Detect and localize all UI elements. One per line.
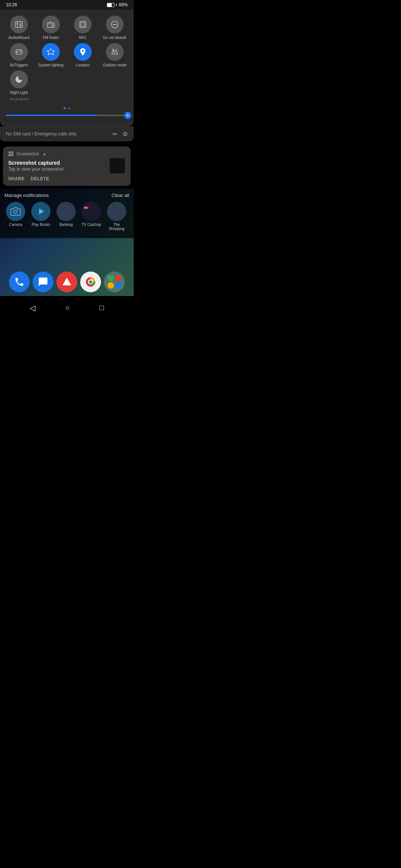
qs-tile-donotdisturb[interactable]: Do not disturb <box>100 16 129 40</box>
notif-app-name: Screenshot <box>16 151 39 157</box>
edit-icon[interactable]: ✏ <box>113 131 117 138</box>
battery-percent: 66% <box>119 2 128 7</box>
qs-tile-outdoormode[interactable]: Outdoor mode <box>100 43 129 68</box>
app-icon-banking[interactable]: Banking <box>55 202 77 231</box>
app-icon-tvcatchup[interactable]: B TV Catchup <box>80 202 102 231</box>
banking-app-icon <box>56 202 76 221</box>
svg-point-28 <box>14 210 17 213</box>
screenshot-notification[interactable]: 🖼 Screenshot ▲ Screenshot captured Tap t… <box>3 147 131 186</box>
dock-folder[interactable] <box>104 272 125 292</box>
qs-label-location: Location <box>76 63 90 68</box>
svg-rect-0 <box>16 22 22 27</box>
back-button[interactable]: ◁ <box>30 303 35 312</box>
screenshot-notif-icon: 🖼 <box>8 151 13 157</box>
notif-chevron: ▲ <box>43 152 46 156</box>
app-icon-playbooks[interactable]: Play Books <box>30 202 52 231</box>
qs-label-nfc: NFC <box>79 36 87 40</box>
svg-line-24 <box>126 114 127 114</box>
qs-nightlight-sub: On at sunset <box>9 97 28 101</box>
systemlighting-icon <box>42 43 60 61</box>
quick-settings-panel: AudioWizard FM Radio NFC <box>0 10 134 126</box>
status-right: 66% <box>107 2 128 7</box>
notifications-manage: Manage notifications Clear all Camera <box>0 189 134 238</box>
brightness-row <box>4 115 129 116</box>
dock-chrome[interactable] <box>80 272 101 292</box>
audiowizard-icon <box>10 16 28 33</box>
home-button[interactable]: ○ <box>65 303 69 312</box>
svg-point-32 <box>89 280 92 283</box>
notif-header: 🖼 Screenshot ▲ <box>8 151 125 157</box>
qs-tile-location[interactable]: Location <box>68 43 97 68</box>
share-button[interactable]: SHARE <box>8 176 25 181</box>
qs-tile-nfc[interactable]: NFC <box>68 16 97 40</box>
svg-point-17 <box>82 50 84 52</box>
outdoormode-icon <box>106 43 124 61</box>
nfc-icon <box>74 16 92 33</box>
svg-point-19 <box>127 115 128 116</box>
screenshot-thumbnail <box>109 158 125 174</box>
qs-grid-row1: AudioWizard FM Radio NFC <box>4 16 129 40</box>
brightness-slider[interactable] <box>6 115 128 116</box>
svg-point-6 <box>52 24 53 26</box>
qs-tile-airtriggers[interactable]: AirTriggers <box>4 43 33 68</box>
notif-subtext: Tap to view your screenshot <box>8 167 125 172</box>
qs-row-nightlight: Night Light On at sunset <box>4 70 129 101</box>
app-icon-shopping[interactable]: The Shopping <box>105 202 128 231</box>
clear-all-button[interactable]: Clear all <box>111 193 129 198</box>
camera-label: Camera <box>9 223 22 227</box>
shopping-app-icon <box>107 202 126 221</box>
qs-label-donotdisturb: Do not disturb <box>103 36 126 40</box>
app-icons-row: Camera Play Books <box>4 202 129 231</box>
settings-icon[interactable]: ⚙ <box>123 131 128 138</box>
battery-icon <box>107 3 117 7</box>
tvcatchup-label: TV Catchup <box>82 223 101 227</box>
qs-label-outdoormode: Outdoor mode <box>103 63 127 68</box>
qs-tile-systemlighting[interactable]: System lighting <box>36 43 65 68</box>
wallpaper-area: Manage notifications Clear all Camera <box>0 189 134 296</box>
dock-phone[interactable] <box>9 272 30 292</box>
qs-grid-row2: AirTriggers System lighting Location <box>4 43 129 68</box>
qs-tile-fmradio[interactable]: FM Radio <box>36 16 65 40</box>
status-line: No SIM card / Emergency calls only ✏ ⚙ <box>0 126 134 141</box>
manage-label: Manage notifications <box>4 193 49 198</box>
qs-label-systemlighting: System lighting <box>38 63 63 68</box>
sim-status-text: No SIM card / Emergency calls only <box>6 131 76 137</box>
qs-label-audiowizard: AudioWizard <box>9 36 30 40</box>
svg-point-14 <box>17 51 18 53</box>
status-icons: ✏ ⚙ <box>113 131 128 138</box>
airtriggers-icon <box>10 43 28 61</box>
qs-tile-nightlight[interactable]: Night Light On at sunset <box>4 70 33 101</box>
tvcatchup-app-icon: B <box>82 202 101 221</box>
brightness-thumb[interactable] <box>124 112 131 119</box>
qs-tile-audiowizard[interactable]: AudioWizard <box>4 16 33 40</box>
camera-app-icon <box>6 202 25 221</box>
dock <box>0 268 134 296</box>
donotdisturb-icon <box>106 16 124 33</box>
notification-area: 🖼 Screenshot ▲ Screenshot captured Tap t… <box>0 141 134 186</box>
banking-label: Banking <box>59 223 73 227</box>
notif-actions: SHARE DELETE <box>8 176 125 181</box>
status-bar: 10:26 66% <box>0 0 134 10</box>
svg-point-3 <box>17 23 18 24</box>
delete-button[interactable]: DELETE <box>31 176 49 181</box>
nightlight-icon <box>10 70 28 88</box>
brightness-fill <box>6 115 97 116</box>
recents-button[interactable]: □ <box>100 303 104 312</box>
svg-line-26 <box>126 116 127 116</box>
dock-maps[interactable] <box>56 272 77 292</box>
dock-messages[interactable] <box>33 272 53 292</box>
qs-label-fmradio: FM Radio <box>43 36 59 40</box>
app-icon-camera[interactable]: Camera <box>4 202 27 231</box>
playbooks-app-icon <box>31 202 50 221</box>
nav-bar: ◁ ○ □ <box>0 299 134 317</box>
qs-label-nightlight: Night Light <box>10 91 28 95</box>
dot-2 <box>68 107 70 109</box>
location-icon <box>74 43 92 61</box>
svg-point-4 <box>20 24 21 26</box>
status-time: 10:26 <box>6 2 17 7</box>
qs-label-airtriggers: AirTriggers <box>10 63 28 68</box>
notif-heading: Screenshot captured <box>8 160 125 166</box>
dot-1 <box>63 107 66 109</box>
page-indicator <box>4 107 129 109</box>
svg-line-27 <box>128 114 129 114</box>
